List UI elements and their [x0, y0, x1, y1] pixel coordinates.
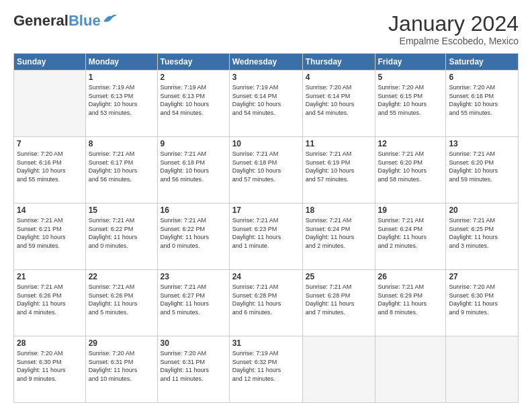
day-info: Sunrise: 7:21 AM Sunset: 6:28 PM Dayligh…: [232, 283, 300, 316]
day-number: 30: [161, 338, 226, 348]
calendar-cell: 15Sunrise: 7:21 AM Sunset: 6:22 PM Dayli…: [85, 203, 157, 270]
page: GeneralBlue January 2024 Empalme Escobed…: [0, 0, 532, 411]
day-number: 16: [161, 205, 226, 215]
calendar-cell: 27Sunrise: 7:20 AM Sunset: 6:30 PM Dayli…: [446, 270, 519, 336]
day-info: Sunrise: 7:21 AM Sunset: 6:20 PM Dayligh…: [378, 150, 443, 183]
calendar-cell: 5Sunrise: 7:20 AM Sunset: 6:15 PM Daylig…: [375, 71, 446, 137]
day-info: Sunrise: 7:20 AM Sunset: 6:31 PM Dayligh…: [89, 349, 154, 383]
day-number: 19: [378, 205, 443, 215]
day-info: Sunrise: 7:20 AM Sunset: 6:15 PM Dayligh…: [378, 83, 443, 117]
day-info: Sunrise: 7:21 AM Sunset: 6:23 PM Dayligh…: [232, 216, 300, 250]
calendar-cell: 8Sunrise: 7:21 AM Sunset: 6:17 PM Daylig…: [85, 137, 157, 203]
day-info: Sunrise: 7:21 AM Sunset: 6:26 PM Dayligh…: [17, 283, 83, 316]
location: Empalme Escobedo, Mexico: [388, 36, 519, 46]
calendar-cell: 1Sunrise: 7:19 AM Sunset: 6:13 PM Daylig…: [85, 71, 157, 137]
day-number: 14: [17, 205, 83, 215]
day-info: Sunrise: 7:21 AM Sunset: 6:17 PM Dayligh…: [89, 150, 154, 183]
day-info: Sunrise: 7:19 AM Sunset: 6:13 PM Dayligh…: [161, 83, 226, 117]
month-year: January 2024: [388, 12, 519, 36]
day-header-wednesday: Wednesday: [229, 54, 302, 71]
day-number: 8: [89, 139, 154, 148]
day-info: Sunrise: 7:21 AM Sunset: 6:26 PM Dayligh…: [89, 283, 154, 316]
calendar-cell: 12Sunrise: 7:21 AM Sunset: 6:20 PM Dayli…: [375, 137, 446, 203]
day-number: 18: [306, 205, 372, 215]
day-info: Sunrise: 7:20 AM Sunset: 6:31 PM Dayligh…: [161, 349, 226, 383]
day-number: 28: [17, 338, 83, 348]
day-number: 1: [89, 73, 154, 82]
day-number: 11: [306, 139, 372, 148]
day-header-thursday: Thursday: [302, 54, 375, 71]
day-number: 22: [89, 272, 154, 281]
day-number: 24: [232, 272, 300, 281]
day-number: 4: [306, 73, 372, 82]
day-info: Sunrise: 7:21 AM Sunset: 6:24 PM Dayligh…: [306, 216, 372, 250]
calendar-cell: 6Sunrise: 7:20 AM Sunset: 6:16 PM Daylig…: [446, 71, 519, 137]
day-number: 2: [161, 73, 226, 82]
day-info: Sunrise: 7:21 AM Sunset: 6:21 PM Dayligh…: [17, 216, 83, 250]
day-number: 31: [232, 338, 300, 348]
day-info: Sunrise: 7:21 AM Sunset: 6:25 PM Dayligh…: [449, 216, 515, 250]
day-number: 9: [161, 139, 226, 148]
day-header-friday: Friday: [375, 54, 446, 71]
day-number: 29: [89, 338, 154, 348]
logo-bird-icon: [102, 12, 117, 24]
day-header-monday: Monday: [85, 54, 157, 71]
logo-general: General: [13, 12, 69, 30]
calendar-cell: [302, 336, 375, 403]
calendar-cell: 22Sunrise: 7:21 AM Sunset: 6:26 PM Dayli…: [85, 270, 157, 336]
day-info: Sunrise: 7:20 AM Sunset: 6:16 PM Dayligh…: [449, 83, 515, 117]
calendar-cell: 19Sunrise: 7:21 AM Sunset: 6:24 PM Dayli…: [375, 203, 446, 270]
calendar-cell: 14Sunrise: 7:21 AM Sunset: 6:21 PM Dayli…: [14, 203, 86, 270]
day-info: Sunrise: 7:19 AM Sunset: 6:32 PM Dayligh…: [232, 349, 300, 383]
calendar-cell: 17Sunrise: 7:21 AM Sunset: 6:23 PM Dayli…: [229, 203, 302, 270]
day-number: 12: [378, 139, 443, 148]
day-number: 13: [449, 139, 515, 148]
calendar-table: SundayMondayTuesdayWednesdayThursdayFrid…: [13, 53, 519, 403]
day-info: Sunrise: 7:19 AM Sunset: 6:13 PM Dayligh…: [89, 83, 154, 117]
day-info: Sunrise: 7:20 AM Sunset: 6:30 PM Dayligh…: [449, 283, 515, 316]
day-info: Sunrise: 7:21 AM Sunset: 6:24 PM Dayligh…: [378, 216, 443, 250]
calendar-cell: 20Sunrise: 7:21 AM Sunset: 6:25 PM Dayli…: [446, 203, 519, 270]
day-info: Sunrise: 7:20 AM Sunset: 6:14 PM Dayligh…: [306, 83, 372, 117]
day-info: Sunrise: 7:21 AM Sunset: 6:22 PM Dayligh…: [89, 216, 154, 250]
day-info: Sunrise: 7:21 AM Sunset: 6:29 PM Dayligh…: [378, 283, 443, 316]
day-header-saturday: Saturday: [446, 54, 519, 71]
header: GeneralBlue January 2024 Empalme Escobed…: [13, 12, 519, 46]
day-number: 25: [306, 272, 372, 281]
day-info: Sunrise: 7:21 AM Sunset: 6:28 PM Dayligh…: [306, 283, 372, 316]
calendar-cell: 24Sunrise: 7:21 AM Sunset: 6:28 PM Dayli…: [229, 270, 302, 336]
day-number: 26: [378, 272, 443, 281]
calendar-cell: [375, 336, 446, 403]
day-info: Sunrise: 7:21 AM Sunset: 6:19 PM Dayligh…: [306, 150, 372, 183]
calendar-cell: 10Sunrise: 7:21 AM Sunset: 6:18 PM Dayli…: [229, 137, 302, 203]
day-number: 27: [449, 272, 515, 281]
calendar-cell: 31Sunrise: 7:19 AM Sunset: 6:32 PM Dayli…: [229, 336, 302, 403]
calendar-cell: 21Sunrise: 7:21 AM Sunset: 6:26 PM Dayli…: [14, 270, 86, 336]
day-info: Sunrise: 7:21 AM Sunset: 6:18 PM Dayligh…: [232, 150, 300, 183]
calendar-cell: 16Sunrise: 7:21 AM Sunset: 6:22 PM Dayli…: [157, 203, 229, 270]
calendar-cell: 18Sunrise: 7:21 AM Sunset: 6:24 PM Dayli…: [302, 203, 375, 270]
day-number: 6: [449, 73, 515, 82]
day-number: 5: [378, 73, 443, 82]
title-block: January 2024 Empalme Escobedo, Mexico: [388, 12, 519, 46]
calendar-cell: 23Sunrise: 7:21 AM Sunset: 6:27 PM Dayli…: [157, 270, 229, 336]
day-number: 15: [89, 205, 154, 215]
day-info: Sunrise: 7:19 AM Sunset: 6:14 PM Dayligh…: [232, 83, 300, 117]
day-info: Sunrise: 7:21 AM Sunset: 6:20 PM Dayligh…: [449, 150, 515, 183]
calendar-cell: 29Sunrise: 7:20 AM Sunset: 6:31 PM Dayli…: [85, 336, 157, 403]
day-info: Sunrise: 7:20 AM Sunset: 6:30 PM Dayligh…: [17, 349, 83, 383]
day-number: 10: [232, 139, 300, 148]
day-number: 7: [17, 139, 83, 148]
day-info: Sunrise: 7:21 AM Sunset: 6:27 PM Dayligh…: [161, 283, 226, 316]
calendar-cell: [14, 71, 86, 137]
calendar-cell: 30Sunrise: 7:20 AM Sunset: 6:31 PM Dayli…: [157, 336, 229, 403]
calendar-cell: 7Sunrise: 7:20 AM Sunset: 6:16 PM Daylig…: [14, 137, 86, 203]
day-number: 20: [449, 205, 515, 215]
day-info: Sunrise: 7:21 AM Sunset: 6:18 PM Dayligh…: [161, 150, 226, 183]
day-number: 17: [232, 205, 300, 215]
calendar-cell: 28Sunrise: 7:20 AM Sunset: 6:30 PM Dayli…: [14, 336, 86, 403]
day-info: Sunrise: 7:20 AM Sunset: 6:16 PM Dayligh…: [17, 150, 83, 183]
logo-blue: Blue: [69, 12, 101, 30]
calendar-cell: [446, 336, 519, 403]
day-number: 23: [161, 272, 226, 281]
